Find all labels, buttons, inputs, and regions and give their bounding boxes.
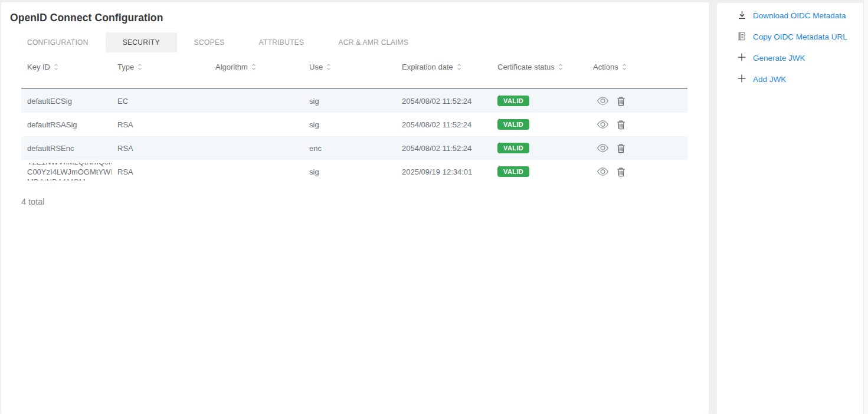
sort-icon (558, 63, 563, 71)
table-row: defaultECSigECsig2054/08/02 11:52:24VALI… (21, 89, 687, 113)
table-row: defaultRSEncRSAenc2054/08/02 11:52:24VAL… (21, 136, 687, 160)
table-row: YzE1NWVhM2QtNmQ0MC00YzI4LWJmOGMtYWEyMDAt… (21, 160, 687, 183)
main-panel: OpenID Connect Configuration CONFIGURATI… (1, 2, 709, 414)
key-id-wrapped: YzE1NWVhM2QtNmQ0MC00YzI4LWJmOGMtYWEyMDAt… (27, 163, 112, 180)
column-header-key-id[interactable]: Key ID (21, 60, 112, 73)
eye-icon (597, 169, 609, 178)
eye-icon (597, 146, 609, 155)
tab-security[interactable]: SECURITY (106, 32, 177, 52)
action-link-label: Copy OIDC Metadata URL (753, 32, 847, 41)
column-header-label: Expiration date (402, 63, 453, 71)
column-header-type[interactable]: Type (112, 60, 209, 73)
use-cell: sig (303, 167, 396, 176)
sort-icon (622, 63, 627, 71)
actions-cell (587, 120, 687, 130)
actions-panel: Download OIDC MetadataCopy OIDC Metadata… (717, 3, 864, 414)
certificate-status-cell: VALID (492, 96, 587, 106)
trash-icon (617, 99, 625, 108)
key-id-cell: defaultRSASig (21, 120, 112, 129)
key-id-cell: YzE1NWVhM2QtNmQ0MC00YzI4LWJmOGMtYWEyMDAt… (21, 163, 112, 180)
action-link-download-oidc-metadata[interactable]: Download OIDC Metadata (717, 5, 864, 26)
copy-icon (737, 31, 748, 42)
status-badge: VALID (497, 96, 529, 106)
expiration-cell: 2025/09/19 12:34:01 (396, 167, 492, 176)
column-header-label: Actions (593, 63, 618, 71)
column-header-algorithm[interactable]: Algorithm (209, 60, 303, 73)
type-cell: EC (112, 97, 209, 106)
tab-scopes[interactable]: SCOPES (177, 32, 242, 52)
type-cell: RSA (112, 120, 209, 129)
trash-icon (617, 170, 625, 179)
actions-panel-items: Download OIDC MetadataCopy OIDC Metadata… (717, 3, 864, 90)
delete-key-button[interactable] (617, 143, 625, 153)
sort-icon (457, 63, 461, 71)
certificate-status-cell: VALID (492, 166, 587, 177)
action-link-add-jwk[interactable]: Add JWK (717, 68, 864, 90)
tab-attributes[interactable]: ATTRIBUTES (242, 32, 322, 52)
sort-icon (326, 63, 331, 71)
table-total-count: 4 total (21, 197, 45, 206)
eye-icon (597, 122, 609, 131)
expiration-cell: 2054/08/02 11:52:24 (396, 120, 492, 129)
eye-icon (597, 98, 609, 107)
tab-bar: CONFIGURATIONSECURITYSCOPESATTRIBUTESACR… (10, 32, 425, 52)
table-header-row: Key IDTypeAlgorithmUseExpiration dateCer… (21, 60, 687, 73)
column-header-label: Type (117, 63, 134, 71)
scrollbar[interactable] (863, 0, 868, 414)
actions-cell (587, 167, 687, 177)
actions-cell (587, 143, 687, 153)
delete-key-button[interactable] (617, 120, 625, 130)
type-cell: RSA (112, 144, 209, 153)
type-cell: RSA (112, 167, 209, 176)
action-link-generate-jwk[interactable]: Generate JWK (717, 47, 864, 68)
action-link-label: Add JWK (753, 75, 786, 84)
key-id-cell: defaultECSig (21, 97, 112, 106)
trash-icon (617, 123, 625, 132)
column-header-label: Algorithm (215, 63, 248, 71)
certificate-status-cell: VALID (492, 143, 587, 153)
status-badge: VALID (497, 119, 529, 130)
action-link-label: Generate JWK (753, 54, 805, 63)
sort-icon (137, 63, 142, 71)
column-header-actions[interactable]: Actions (587, 60, 687, 73)
plus-icon (737, 74, 748, 84)
column-header-label: Key ID (27, 63, 50, 71)
trash-icon (617, 146, 625, 155)
key-id-cell: defaultRSEnc (21, 144, 112, 153)
actions-cell (587, 96, 687, 106)
plus-icon (737, 52, 748, 63)
view-key-button[interactable] (597, 120, 609, 129)
key-id-line: MDAtNDA1MGMx (27, 177, 112, 181)
use-cell: sig (303, 120, 396, 129)
tab-acr-amr-claims[interactable]: ACR & AMR CLAIMS (321, 32, 425, 52)
status-badge: VALID (497, 166, 529, 177)
sort-icon (54, 63, 58, 71)
column-header-certificate-status[interactable]: Certificate status (492, 60, 587, 73)
key-id-line: C00YzI4LWJmOGMtYWEy (27, 167, 112, 177)
view-key-button[interactable] (597, 96, 609, 106)
keys-table: defaultECSigECsig2054/08/02 11:52:24VALI… (21, 89, 687, 183)
action-link-label: Download OIDC Metadata (753, 11, 846, 20)
column-header-label: Certificate status (497, 63, 555, 71)
column-header-label: Use (309, 63, 323, 71)
use-cell: sig (303, 97, 396, 106)
certificate-status-cell: VALID (492, 119, 587, 130)
column-header-use[interactable]: Use (303, 60, 396, 73)
delete-key-button[interactable] (617, 96, 625, 106)
delete-key-button[interactable] (617, 167, 625, 177)
expiration-cell: 2054/08/02 11:52:24 (396, 97, 492, 106)
expiration-cell: 2054/08/02 11:52:24 (396, 144, 492, 153)
column-header-expiration-date[interactable]: Expiration date (396, 60, 492, 73)
view-key-button[interactable] (597, 167, 609, 176)
sort-icon (251, 63, 256, 71)
status-badge: VALID (497, 143, 529, 153)
tab-configuration[interactable]: CONFIGURATION (10, 32, 106, 52)
page-title: OpenID Connect Configuration (10, 12, 163, 24)
table-row: defaultRSASigRSAsig2054/08/02 11:52:24VA… (21, 113, 687, 136)
view-key-button[interactable] (597, 143, 609, 153)
download-icon (737, 10, 748, 21)
use-cell: enc (303, 144, 396, 153)
action-link-copy-oidc-metadata-url[interactable]: Copy OIDC Metadata URL (717, 26, 864, 47)
